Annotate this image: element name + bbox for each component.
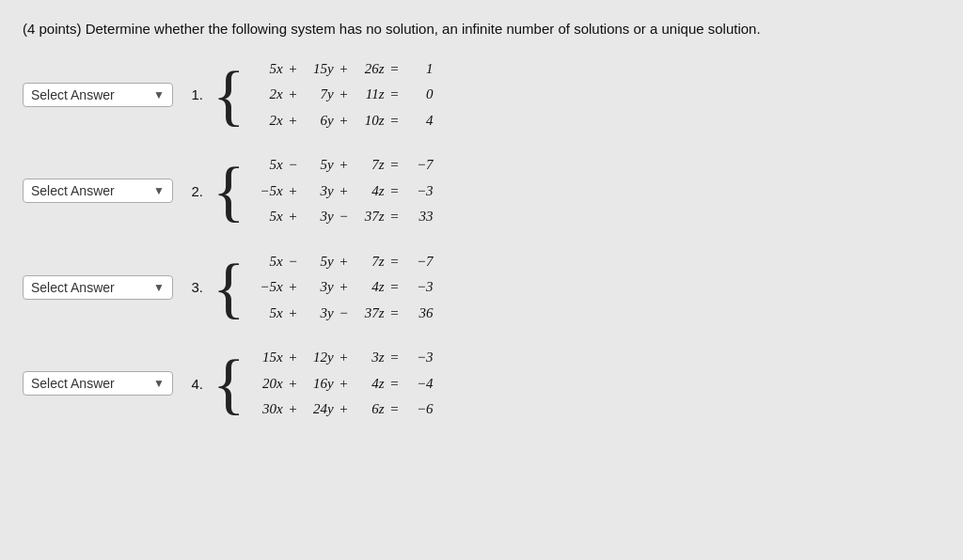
equation-3-3: 5x + 3y − 37z = 36 [253, 302, 434, 326]
problem-row-2: Select Answer▼2.{5x − 5y + 7z = −7−5x + … [23, 153, 940, 229]
eq-sign-1-0: = [385, 153, 405, 178]
select-answer-1[interactable]: Select Answer▼ [23, 83, 173, 107]
brace-icon-4: { [213, 350, 245, 417]
brace-icon-3: { [213, 254, 245, 321]
brace-system-2: {5x − 5y + 7z = −7−5x + 3y + 4z = −35x +… [213, 153, 434, 229]
eq-op2-2-0: + [334, 250, 355, 274]
eq-term3-3-1: 4z [355, 372, 385, 397]
eq-rhs-2-0: −7 [405, 250, 434, 274]
eq-term1-1-0: 5x [253, 153, 283, 178]
brace-system-1: {5x + 15y + 26z = 12x + 7y + 11z = 02x +… [213, 57, 434, 133]
eq-term3-2-0: 7z [355, 250, 385, 274]
select-answer-4[interactable]: Select Answer▼ [23, 371, 173, 396]
eq-sign-3-2: = [385, 397, 405, 422]
eq-op2-1-1: + [334, 179, 355, 204]
eq-op2-3-1: + [334, 372, 355, 397]
eq-term3-3-2: 6z [355, 397, 385, 422]
equation-2-3: 5x + 3y − 37z = 33 [253, 205, 434, 229]
eq-term1-0-0: 5x [253, 57, 283, 82]
eq-op1-0-0: + [283, 57, 304, 82]
select-answer-2[interactable]: Select Answer▼ [23, 179, 173, 203]
eq-term3-1-2: 37z [355, 205, 385, 229]
chevron-icon-2: ▼ [153, 184, 165, 197]
eq-sign-2-0: = [385, 250, 405, 274]
eq-op1-3-2: + [283, 397, 304, 422]
eq-term3-2-1: 4z [355, 275, 385, 300]
eq-term1-1-1: −5x [253, 179, 283, 204]
eq-term1-2-0: 5x [253, 250, 283, 274]
eq-term2-0-1: 7y [304, 83, 334, 107]
problem-number-1: 1. [184, 86, 203, 102]
problem-number-3: 3. [184, 279, 203, 295]
equations-4: 15x + 12y + 3z = −320x + 16y + 4z = −430… [253, 346, 434, 422]
eq-term2-0-0: 15y [304, 57, 334, 82]
equation-4-2: 20x + 16y + 4z = −4 [253, 372, 434, 397]
eq-term3-0-0: 26z [355, 57, 385, 82]
eq-term1-3-2: 30x [253, 397, 283, 422]
eq-term3-0-1: 11z [355, 83, 385, 107]
equation-1-3: 2x + 6y + 10z = 4 [253, 109, 434, 133]
eq-rhs-1-2: 33 [405, 205, 434, 229]
eq-term1-1-2: 5x [253, 205, 283, 229]
eq-op1-2-0: − [283, 250, 304, 274]
question-header: (4 points) Determine whether the followi… [23, 19, 940, 40]
brace-icon-2: { [213, 157, 245, 225]
problems-container: Select Answer▼1.{5x + 15y + 26z = 12x + … [23, 57, 940, 422]
equation-4-1: 15x + 12y + 3z = −3 [253, 346, 434, 370]
eq-term3-0-2: 10z [355, 109, 385, 133]
equation-3-1: 5x − 5y + 7z = −7 [253, 250, 434, 274]
chevron-icon-4: ▼ [153, 377, 165, 390]
eq-rhs-0-1: 0 [405, 83, 434, 107]
eq-rhs-0-2: 4 [405, 109, 434, 133]
eq-term1-3-0: 15x [253, 346, 283, 370]
eq-op2-2-1: + [334, 275, 355, 300]
eq-rhs-3-2: −6 [405, 397, 434, 422]
eq-op1-0-2: + [283, 109, 304, 133]
eq-op1-1-0: − [283, 153, 304, 178]
eq-term2-2-2: 3y [304, 302, 334, 326]
chevron-icon-3: ▼ [153, 281, 165, 294]
select-answer-3[interactable]: Select Answer▼ [23, 275, 173, 300]
eq-op2-2-2: − [334, 302, 355, 326]
eq-term2-3-2: 24y [304, 397, 334, 422]
eq-op2-3-2: + [334, 397, 355, 422]
eq-term2-3-1: 16y [304, 372, 334, 397]
select-label-3: Select Answer [31, 280, 115, 295]
eq-term1-0-2: 2x [253, 109, 283, 133]
eq-rhs-1-1: −3 [405, 179, 434, 204]
eq-term2-1-2: 3y [304, 205, 334, 229]
problem-row-3: Select Answer▼3.{5x − 5y + 7z = −7−5x + … [23, 250, 940, 326]
select-label-4: Select Answer [31, 376, 115, 391]
eq-rhs-2-1: −3 [405, 275, 434, 300]
eq-op1-0-1: + [283, 83, 304, 107]
equation-1-2: 2x + 7y + 11z = 0 [253, 83, 434, 107]
equations-3: 5x − 5y + 7z = −7−5x + 3y + 4z = −35x + … [253, 250, 434, 326]
eq-term3-1-0: 7z [355, 153, 385, 178]
eq-term3-2-2: 37z [355, 302, 385, 326]
eq-sign-0-0: = [385, 57, 405, 82]
eq-op1-1-1: + [283, 179, 304, 204]
eq-term1-3-1: 20x [253, 372, 283, 397]
eq-op1-1-2: + [283, 205, 304, 229]
eq-op2-3-0: + [334, 346, 355, 370]
eq-term2-2-0: 5y [304, 250, 334, 274]
eq-term2-1-1: 3y [304, 179, 334, 204]
eq-op2-0-2: + [334, 109, 355, 133]
eq-term3-1-1: 4z [355, 179, 385, 204]
chevron-icon-1: ▼ [153, 88, 165, 101]
eq-op2-1-2: − [334, 205, 355, 229]
equation-4-3: 30x + 24y + 6z = −6 [253, 397, 434, 422]
eq-sign-0-2: = [385, 109, 405, 133]
eq-sign-0-1: = [385, 83, 405, 107]
eq-op1-3-1: + [283, 372, 304, 397]
brace-system-4: {15x + 12y + 3z = −320x + 16y + 4z = −43… [213, 346, 434, 422]
eq-op1-2-1: + [283, 275, 304, 300]
eq-rhs-2-2: 36 [405, 302, 434, 326]
eq-term2-1-0: 5y [304, 153, 334, 178]
eq-term1-2-1: −5x [253, 275, 283, 300]
eq-sign-3-0: = [385, 346, 405, 370]
eq-term2-0-2: 6y [304, 109, 334, 133]
equations-2: 5x − 5y + 7z = −7−5x + 3y + 4z = −35x + … [253, 153, 434, 229]
eq-term3-3-0: 3z [355, 346, 385, 370]
equation-1-1: 5x + 15y + 26z = 1 [253, 57, 434, 82]
